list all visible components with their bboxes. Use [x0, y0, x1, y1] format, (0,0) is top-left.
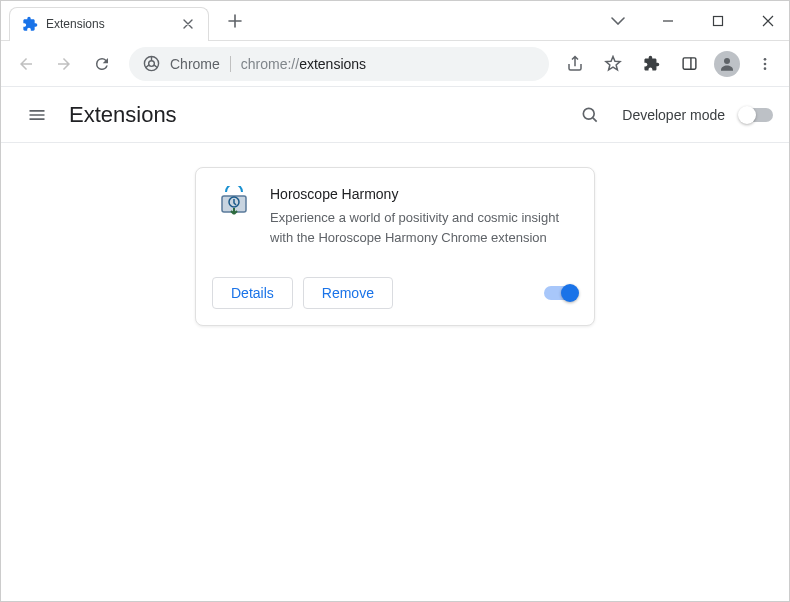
details-button[interactable]: Details — [212, 277, 293, 309]
search-icon[interactable] — [572, 97, 608, 133]
maximize-button[interactable] — [705, 8, 731, 34]
address-url: chrome://extensions — [241, 56, 535, 72]
extension-description: Experience a world of positivity and cos… — [270, 208, 574, 247]
new-tab-button[interactable] — [221, 7, 249, 35]
svg-point-8 — [584, 108, 595, 119]
extension-puzzle-icon — [22, 16, 38, 32]
kebab-menu-icon[interactable] — [749, 48, 781, 80]
back-button[interactable] — [9, 47, 43, 81]
extensions-puzzle-icon[interactable] — [635, 48, 667, 80]
minimize-button[interactable] — [655, 8, 681, 34]
forward-button[interactable] — [47, 47, 81, 81]
address-chrome-label: Chrome — [170, 56, 220, 72]
chrome-logo-icon — [143, 55, 160, 72]
chevron-down-icon[interactable] — [605, 8, 631, 34]
bookmark-star-icon[interactable] — [597, 48, 629, 80]
svg-point-7 — [764, 67, 767, 70]
hamburger-menu-icon[interactable] — [17, 95, 57, 135]
browser-toolbar: Chrome chrome://extensions — [1, 41, 789, 87]
svg-point-6 — [764, 62, 767, 65]
window-title-bar: Extensions — [1, 1, 789, 41]
close-tab-icon[interactable] — [180, 16, 196, 32]
developer-mode-label: Developer mode — [622, 107, 725, 123]
page-title: Extensions — [69, 102, 177, 128]
extension-app-icon — [216, 186, 252, 222]
svg-point-2 — [149, 61, 155, 67]
extension-name: Horoscope Harmony — [270, 186, 574, 202]
address-bar[interactable]: Chrome chrome://extensions — [129, 47, 549, 81]
close-window-button[interactable] — [755, 8, 781, 34]
share-icon[interactable] — [559, 48, 591, 80]
extension-card: Horoscope Harmony Experience a world of … — [195, 167, 595, 326]
page-header: Extensions Developer mode — [1, 87, 789, 143]
divider — [230, 56, 231, 72]
browser-tab[interactable]: Extensions — [9, 7, 209, 41]
svg-rect-3 — [683, 58, 696, 69]
side-panel-icon[interactable] — [673, 48, 705, 80]
svg-point-4 — [724, 58, 730, 64]
profile-avatar-icon[interactable] — [711, 48, 743, 80]
remove-button[interactable]: Remove — [303, 277, 393, 309]
tab-title: Extensions — [46, 17, 180, 31]
reload-button[interactable] — [85, 47, 119, 81]
developer-mode-toggle[interactable] — [739, 108, 773, 122]
svg-rect-0 — [714, 16, 723, 25]
svg-point-5 — [764, 58, 767, 61]
extensions-list: Horoscope Harmony Experience a world of … — [1, 143, 789, 601]
extension-enable-toggle[interactable] — [544, 286, 578, 300]
